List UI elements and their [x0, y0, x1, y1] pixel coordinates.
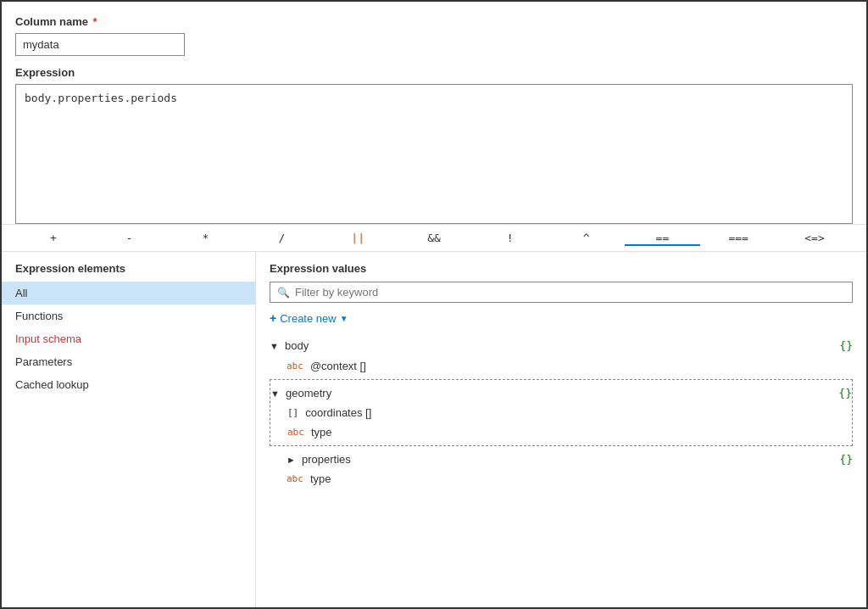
search-icon: 🔍 — [277, 287, 290, 299]
create-new-plus-icon: + — [270, 311, 276, 325]
create-new-button[interactable]: + Create new ▼ — [270, 311, 348, 325]
body-label: body — [285, 339, 839, 352]
expand-body-icon: ▼ — [270, 341, 281, 351]
type2-label: type — [310, 472, 853, 485]
tree-body[interactable]: ▼ body {} — [270, 335, 853, 356]
tree-geometry[interactable]: ▼ geometry {} — [270, 383, 852, 403]
operator-or[interactable]: || — [320, 230, 396, 246]
operator-strict-eq[interactable]: === — [700, 230, 776, 246]
column-name-input[interactable] — [15, 33, 185, 56]
type1-type-icon: abc — [287, 427, 304, 438]
main-container: Column name * Expression body.properties… — [2, 2, 866, 607]
create-new-label: Create new — [280, 312, 336, 325]
column-name-label: Column name * — [15, 15, 853, 28]
type1-label: type — [311, 426, 852, 439]
elem-functions[interactable]: Functions — [2, 304, 255, 327]
tree-type2[interactable]: abc type — [270, 469, 853, 489]
expression-elements-title: Expression elements — [2, 262, 255, 275]
operators-bar: + - * / || && ! ^ == === <=> — [2, 224, 866, 252]
elem-cached-lookup[interactable]: Cached lookup — [2, 373, 255, 396]
expand-geometry-icon: ▼ — [270, 388, 282, 399]
column-name-section: Column name * — [15, 15, 853, 66]
elem-input-schema[interactable]: Input schema — [2, 327, 255, 350]
expression-label: Expression — [15, 66, 853, 79]
operator-minus[interactable]: - — [92, 230, 168, 246]
expand-properties-icon: ► — [287, 455, 298, 465]
tree-context[interactable]: abc @context [] — [270, 356, 853, 376]
coordinates-type-icon: [] — [287, 407, 298, 418]
operator-not-eq[interactable]: <=> — [776, 230, 853, 246]
body-type-icon: {} — [839, 339, 853, 352]
required-indicator: * — [90, 15, 97, 28]
filter-input[interactable] — [295, 286, 845, 299]
operator-not[interactable]: ! — [472, 230, 548, 246]
chevron-down-icon: ▼ — [340, 314, 348, 323]
tree-type1[interactable]: abc type — [287, 422, 852, 442]
geometry-box: ▼ geometry {} [] coordinates [] abc type — [270, 379, 853, 446]
tree-coordinates[interactable]: [] coordinates [] — [287, 403, 852, 422]
coordinates-label: coordinates [] — [305, 406, 852, 419]
operator-multiply[interactable]: * — [168, 230, 244, 246]
expression-values-title: Expression values — [270, 262, 853, 275]
tree-properties[interactable]: ► properties {} — [270, 450, 853, 469]
expression-elements-panel: Expression elements All Functions Input … — [2, 252, 256, 607]
operator-and[interactable]: && — [396, 230, 472, 246]
expression-section: Expression body.properties.periods — [15, 66, 853, 224]
expression-text: body.properties.periods — [25, 92, 177, 104]
operator-caret[interactable]: ^ — [548, 230, 625, 246]
context-type-icon: abc — [287, 360, 303, 372]
elem-all[interactable]: All — [2, 282, 255, 304]
geometry-label: geometry — [286, 387, 838, 399]
geometry-type-icon: {} — [838, 387, 852, 399]
expression-values-panel: Expression values 🔍 + Create new ▼ ▼ bod… — [256, 252, 866, 607]
geometry-inner: [] coordinates [] abc type — [270, 403, 852, 442]
bottom-section: Expression elements All Functions Input … — [2, 252, 866, 607]
properties-type-icon: {} — [839, 453, 853, 466]
elem-parameters[interactable]: Parameters — [2, 350, 255, 373]
filter-wrapper[interactable]: 🔍 — [270, 282, 853, 303]
operator-plus[interactable]: + — [15, 230, 92, 246]
operator-eq[interactable]: == — [625, 230, 701, 246]
context-label: @context [] — [310, 360, 853, 372]
properties-label: properties — [302, 453, 839, 466]
expression-editor[interactable]: body.properties.periods — [15, 84, 853, 224]
operator-divide[interactable]: / — [243, 230, 320, 246]
type2-type-icon: abc — [287, 473, 303, 484]
